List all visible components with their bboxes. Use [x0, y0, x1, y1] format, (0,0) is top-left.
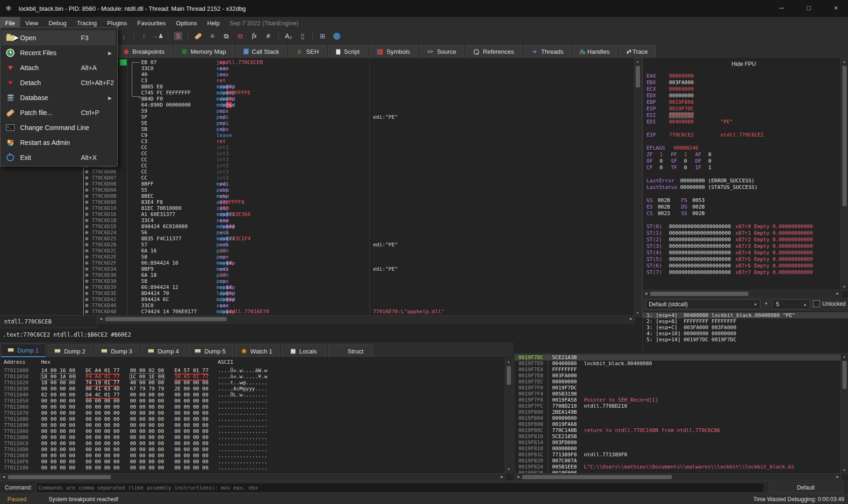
dump-row[interactable]: 770110F000 00 00 0000 00 00 0000 00 00 0…	[0, 459, 513, 465]
dump-pane[interactable]: 7701100014 00 16 00DC A4 01 7700 00 02 0…	[0, 367, 513, 472]
stack-row[interactable]: 0019F820007C007A	[515, 458, 841, 464]
dump-row[interactable]: 7701104002 00 00 00D4 4C 01 7700 00 00 0…	[0, 392, 513, 398]
stack-row[interactable]: 0019F7EC00000000	[515, 379, 841, 385]
tab-call-stack[interactable]: Call Stack	[236, 45, 287, 58]
stack-row[interactable]: 0019F81800000000	[515, 446, 841, 452]
breakpoint-dot[interactable]	[85, 292, 88, 295]
arrow-up-icon[interactable]: ↑	[138, 31, 150, 41]
breakpoint-dot[interactable]	[85, 298, 88, 301]
disasm-row[interactable]: 770C6D366A 18push 18	[0, 272, 642, 278]
breakpoint-dot[interactable]	[85, 243, 88, 246]
font-size-icon[interactable]: A₂	[282, 31, 295, 41]
breakpoint-dot[interactable]	[85, 219, 88, 222]
hide-fpu-button[interactable]: Hide FPU	[732, 61, 756, 67]
breakpoint-dot[interactable]	[85, 182, 88, 186]
tab-symbols[interactable]: Symbols	[369, 45, 418, 58]
stack-row[interactable]: 0019F8080019FA68	[515, 421, 841, 427]
register-ebx[interactable]: EBX003FA000	[643, 79, 848, 86]
breakpoint-dot[interactable]	[85, 267, 88, 271]
stack-vscrollbar[interactable]: ▲▼	[841, 353, 848, 474]
register-st(7)[interactable]: ST(7)00000000000000000000x87r7 Empty 0.0…	[643, 269, 848, 276]
argument-row[interactable]: 4: [esp+10] 00000000 00000000	[643, 331, 848, 337]
stack-pane[interactable]: 0019F7DC5CE21A3B0019F7E000400080lockbit_…	[514, 353, 841, 474]
register-edx[interactable]: EDX00000000	[643, 93, 848, 99]
unlocked-checkbox[interactable]	[813, 300, 820, 307]
dump-row[interactable]: 7701102018 00 00 0074 19 01 7740 00 00 0…	[0, 380, 513, 386]
disasm-row[interactable]: 770C6D42894424 6Cmov dword ptr ss:[esp+6…	[0, 296, 642, 302]
stack-row[interactable]: 0019F7FC7708D210ntdll.7708D210	[515, 403, 841, 409]
disasm-row[interactable]: 770C6D3E8D4424 70lea eax,dword ptr ss:[e…	[0, 290, 642, 296]
disasm-row[interactable]: 770C6D0B8BECmov ebp,esp	[0, 193, 642, 199]
flags-row[interactable]: CF0TF0IF1	[643, 165, 848, 171]
registers-vscrollbar[interactable]: ▲▼	[841, 58, 848, 291]
segment-row[interactable]: GS002BFS0053	[643, 197, 848, 204]
stack-row[interactable]: 0019F814003FD000	[515, 439, 841, 446]
segment-row[interactable]: CS0023SS002B	[643, 210, 848, 217]
tab-memory-map[interactable]: Memory Map	[174, 45, 234, 58]
breakpoint-dot[interactable]	[85, 188, 88, 192]
tab-dump-4[interactable]: Dump 4	[141, 345, 186, 357]
register-eflags[interactable]: EFLAGS00000246	[643, 145, 848, 151]
tab-handles[interactable]: Handles	[573, 45, 618, 58]
spinner-down-icon[interactable]: ▼	[764, 302, 768, 306]
breakpoint-dot[interactable]	[85, 231, 88, 234]
register-ebp[interactable]: EBP0019F808	[643, 99, 848, 106]
calculator-icon[interactable]: ⊞	[316, 31, 329, 41]
menubar-item-options[interactable]: Options	[171, 17, 202, 29]
stack-row[interactable]: 0019F80C770C148Breturn to ntdll.770C148B…	[515, 427, 841, 433]
dump-row[interactable]: 7701108000 00 00 0000 00 00 0000 00 00 0…	[0, 416, 513, 422]
breakpoint-dot[interactable]	[85, 194, 88, 198]
disasm-row[interactable]: 770C6D258B35 F4C11377mov esi,dword ptr d…	[0, 236, 642, 242]
disasm-row[interactable]: 770C6D348BF9mov edi,ecxedi:"PE"	[0, 266, 642, 272]
dump-row[interactable]: 7701109000 00 00 0000 00 00 0000 00 00 0…	[0, 422, 513, 428]
file-menu-item-database[interactable]: Database▶	[1, 90, 115, 105]
dump-row[interactable]: 770110D000 00 00 0000 00 00 0000 00 00 0…	[0, 446, 513, 453]
register-st(0)[interactable]: ST(0)00000000000000000000x87r0 Empty 0.0…	[643, 223, 848, 230]
menubar-item-help[interactable]: Help	[202, 17, 225, 29]
flags-row[interactable]: OF0SF0DF0	[643, 158, 848, 165]
hash-icon[interactable]: #	[262, 31, 274, 41]
tab-source[interactable]: <>Source	[419, 45, 464, 58]
disasm-row[interactable]: 770C6D0A55push ebp	[0, 187, 642, 193]
command-input[interactable]	[36, 482, 764, 493]
breakpoint-dot[interactable]	[85, 225, 88, 228]
breakpoint-dot[interactable]	[85, 274, 88, 277]
dump-row[interactable]: 7701100014 00 16 00DC A4 01 7700 00 02 0…	[0, 367, 513, 374]
disasm-row[interactable]: 770C6D2456push esi	[0, 230, 642, 236]
tab-dump-2[interactable]: Dump 2	[48, 345, 93, 357]
last-status[interactable]: LastStatus00000000 (STATUS_SUCCESS)	[643, 184, 848, 191]
attach-person-icon[interactable]: →♟	[152, 31, 164, 41]
breakpoint-dot[interactable]	[85, 249, 88, 252]
disasm-row[interactable]: 770C6D3966:894424 12mov word ptr ss:[esp…	[0, 284, 642, 290]
file-menu-item-recent-files[interactable]: Recent Files▶	[1, 45, 115, 60]
dump-row[interactable]: 7701110000 00 00 0000 00 00 0000 00 00 0…	[0, 465, 513, 471]
stack-row[interactable]: 0019F8105CE2185B	[515, 433, 841, 439]
disasm-row[interactable]: 770C6D3858pop eax	[0, 278, 642, 284]
source-step-icon[interactable]: S	[172, 31, 184, 41]
tab-seh[interactable]: ⚠SEH	[288, 45, 327, 58]
tab-watch-1[interactable]: Watch 1	[235, 345, 280, 357]
breakpoint-dot[interactable]	[85, 213, 88, 216]
close-button[interactable]: ×	[824, 0, 848, 16]
breakpoint-dot[interactable]	[85, 207, 88, 210]
disasm-row[interactable]: 770C6D2F66:894424 10mov word ptr ss:[esp…	[0, 260, 642, 266]
segment-row[interactable]: ES002BDS002B	[643, 204, 848, 210]
dump-row[interactable]: 770110C000 00 00 0000 00 00 0000 00 00 0…	[0, 440, 513, 446]
breakpoint-dot[interactable]	[85, 255, 88, 259]
comments-icon[interactable]: ≡	[206, 31, 218, 41]
dump-row[interactable]: 770110B000 00 00 0000 00 00 0000 00 00 0…	[0, 434, 513, 440]
tab-script[interactable]: Script	[328, 45, 367, 58]
disasm-row[interactable]: 770C6D0D83E4 F8and esp,FFFFFFF8	[0, 199, 642, 205]
dump-row[interactable]: 7701106000 00 00 0000 00 00 0000 00 00 0…	[0, 404, 513, 410]
minimize-button[interactable]: ─	[769, 0, 794, 16]
register-st(6)[interactable]: ST(6)00000000000000000000x87r6 Empty 0.0…	[643, 263, 848, 269]
registers-pane[interactable]: Hide FPU EAX00000000EBX003FA000ECXB0B600…	[642, 58, 848, 290]
dump-row[interactable]: 770110A000 00 00 0000 00 00 0000 00 00 0…	[0, 428, 513, 434]
register-st(5)[interactable]: ST(5)00000000000000000000x87r5 Empty 0.0…	[643, 256, 848, 263]
disasm-row[interactable]: 770C6D2C6A 16push 16	[0, 248, 642, 254]
internet-globe-icon[interactable]	[331, 31, 343, 41]
breakpoint-dot[interactable]	[85, 237, 88, 240]
dump-row[interactable]: 7701107000 00 00 0000 00 00 0000 00 00 0…	[0, 410, 513, 416]
patch-icon[interactable]	[192, 31, 204, 41]
file-menu-item-change-command-line[interactable]: Change Command Line	[1, 120, 115, 135]
